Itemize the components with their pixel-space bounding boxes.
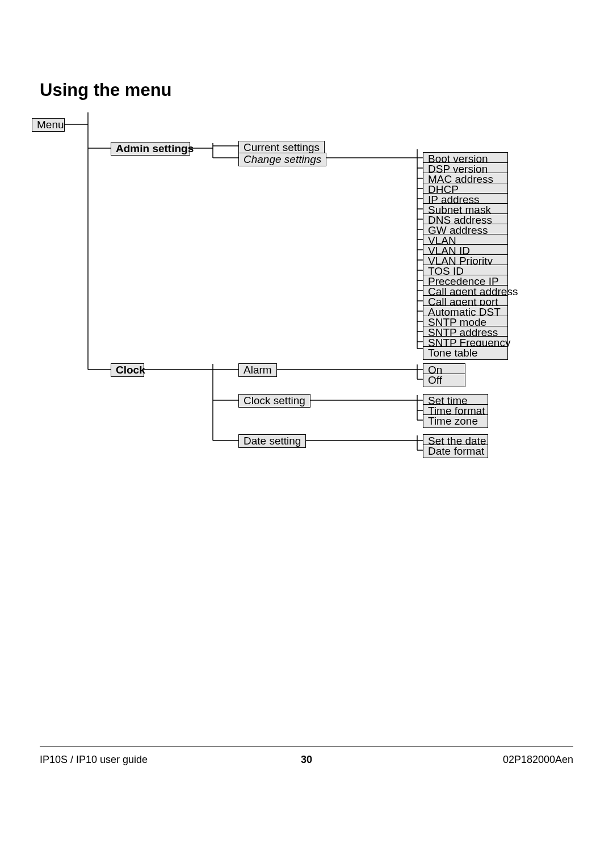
- clock: Clock: [111, 363, 144, 377]
- menu-root: Menu: [32, 118, 65, 132]
- footer-right: 02P182000Aen: [503, 754, 573, 766]
- alarm-off: Off: [423, 374, 465, 387]
- footer-rule: [40, 747, 573, 747]
- date-setting: Date setting: [238, 434, 306, 448]
- page-heading: Using the menu: [40, 80, 172, 100]
- time-zone: Time zone: [423, 414, 488, 428]
- current-settings: Current settings: [238, 141, 325, 154]
- l3-admin-19: Tone table: [423, 346, 508, 360]
- date-format: Date format: [423, 445, 488, 458]
- alarm: Alarm: [238, 363, 277, 377]
- clock-setting: Clock setting: [238, 394, 310, 408]
- admin-settings: Admin settings: [111, 142, 190, 156]
- tree-connectors: [0, 0, 613, 868]
- change-settings: Change settings: [238, 153, 326, 166]
